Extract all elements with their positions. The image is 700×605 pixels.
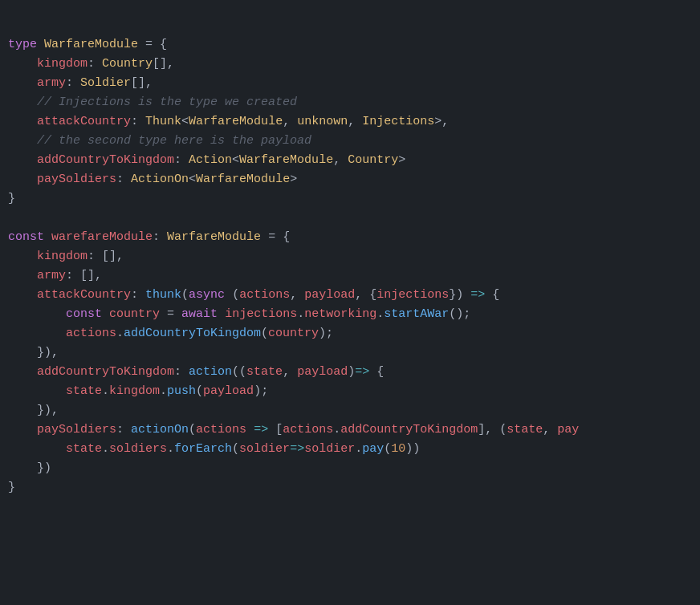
fn-action: action — [189, 365, 232, 379]
prop-paysoldiers: paySoldiers — [37, 173, 116, 186]
fn-actionon: actionOn — [131, 423, 189, 436]
prop-addcountry-val: addCountryToKingdom — [37, 365, 174, 379]
comment-payload: // the second type here is the payload — [37, 134, 311, 148]
keyword-type: type — [8, 38, 37, 51]
prop-attackcountry-val: attackCountry — [37, 288, 131, 302]
prop-kingdom: kingdom — [37, 57, 88, 71]
code-editor: type WarfareModule = { kingdom: Country[… — [8, 16, 692, 497]
type-name: WarfareModule — [44, 38, 138, 51]
var-warefaremodule: warefareModule — [51, 230, 153, 244]
comment-injections: // Injections is the type we created — [37, 95, 297, 109]
fn-thunk: thunk — [145, 288, 181, 302]
keyword-const: const — [8, 230, 44, 244]
prop-attackcountry: attackCountry — [37, 115, 131, 128]
prop-addcountry: addCountryToKingdom — [37, 153, 174, 167]
prop-army: army — [37, 76, 66, 90]
prop-paysoldiers-val: paySoldiers — [37, 423, 116, 436]
prop-army-val: army — [37, 269, 66, 282]
prop-kingdom-val: kingdom — [37, 250, 88, 263]
